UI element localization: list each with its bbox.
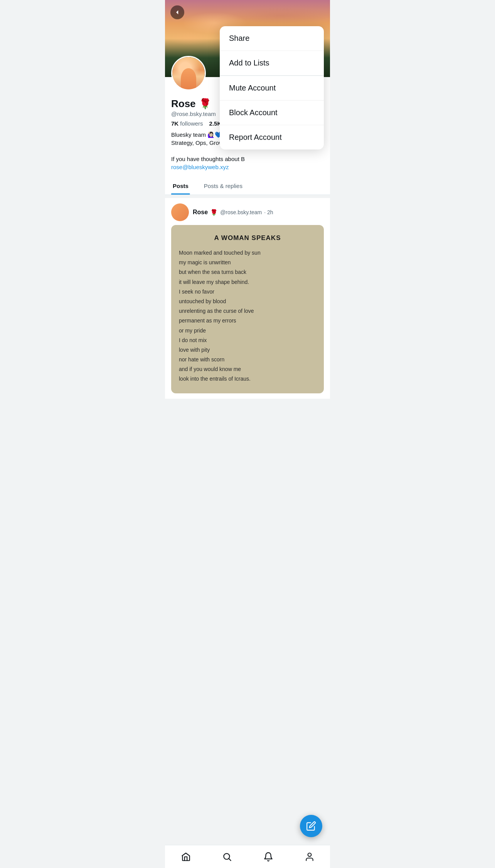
- post-avatar-image: [171, 203, 189, 221]
- poem-line-9: or my pride: [179, 326, 316, 336]
- poem-line-14: look into the entrails of Icraus.: [179, 374, 316, 384]
- nav-profile[interactable]: [301, 848, 318, 865]
- post-header: Rose 🌹 @rose.bsky.team · 2h: [171, 203, 324, 221]
- post-image: A WOMAN SPEAKS Moon marked and touched b…: [171, 225, 324, 393]
- avatar: [171, 56, 206, 91]
- svg-point-4: [308, 853, 311, 856]
- poem-line-6: untouched by blood: [179, 297, 316, 306]
- poem-line-2: my magic is unwritten: [179, 258, 316, 267]
- post-meta: Rose 🌹 @rose.bsky.team · 2h: [193, 209, 273, 216]
- post-feed: Rose 🌹 @rose.bsky.team · 2h A WOMAN SPEA…: [165, 198, 330, 399]
- post-avatar: [171, 203, 189, 221]
- tab-posts-replies[interactable]: Posts & replies: [196, 177, 250, 195]
- profile-tabs: Posts Posts & replies: [165, 177, 330, 195]
- profile-name: Rose: [171, 98, 196, 110]
- post-card: Rose 🌹 @rose.bsky.team · 2h A WOMAN SPEA…: [165, 198, 330, 399]
- bio-line3: If you have thoughts about B: [171, 155, 324, 163]
- post-author: Rose: [193, 209, 208, 216]
- dropdown-item-report-account[interactable]: Report Account: [220, 125, 324, 149]
- followers-stat: 7K followers: [171, 120, 203, 127]
- nav-notifications[interactable]: [260, 848, 277, 865]
- nav-search[interactable]: [219, 848, 236, 865]
- dropdown-item-add-to-lists[interactable]: Add to Lists: [220, 51, 324, 76]
- poem-line-1: Moon marked and touched by sun: [179, 248, 316, 258]
- dropdown-menu: Share Add to Lists Mute Account Block Ac…: [220, 26, 324, 149]
- page-wrapper: + Follow Rose 🌹 @rose.bsky.team 7K follo…: [165, 0, 330, 868]
- dropdown-item-share[interactable]: Share: [220, 26, 324, 51]
- nav-home[interactable]: [177, 848, 194, 865]
- back-button[interactable]: [170, 5, 184, 19]
- poem-line-4: it will leave my shape behind.: [179, 277, 316, 287]
- bottom-nav: [165, 845, 330, 868]
- compose-fab[interactable]: [300, 815, 322, 837]
- poem-line-12: nor hate with scorn: [179, 355, 316, 364]
- post-meta-container: Rose 🌹 @rose.bsky.team · 2h: [193, 209, 273, 216]
- svg-point-3: [224, 853, 229, 859]
- dropdown-item-mute-account[interactable]: Mute Account: [220, 76, 324, 101]
- tab-posts[interactable]: Posts: [165, 177, 196, 195]
- post-author-emoji: 🌹: [210, 209, 218, 216]
- poem-line-10: I do not mix: [179, 336, 316, 345]
- dropdown-item-block-account[interactable]: Block Account: [220, 101, 324, 125]
- poem-line-3: but when the sea turns back: [179, 267, 316, 277]
- poem-line-13: and if you would know me: [179, 364, 316, 374]
- poem-line-7: unrelenting as the curse of love: [179, 306, 316, 316]
- post-handle: @rose.bsky.team: [220, 209, 262, 215]
- poem-line-5: I seek no favor: [179, 287, 316, 297]
- bio-email[interactable]: rose@blueskyweb.xyz: [171, 164, 229, 170]
- post-time: · 2h: [264, 209, 273, 215]
- avatar-container: [171, 56, 206, 91]
- name-emoji: 🌹: [199, 98, 211, 110]
- poem-line-8: permanent as my errors: [179, 316, 316, 326]
- poem-line-11: love with pity: [179, 345, 316, 355]
- poem-title: A WOMAN SPEAKS: [179, 234, 316, 242]
- avatar-image: [172, 57, 205, 89]
- poem-text: Moon marked and touched by sun my magic …: [179, 248, 316, 384]
